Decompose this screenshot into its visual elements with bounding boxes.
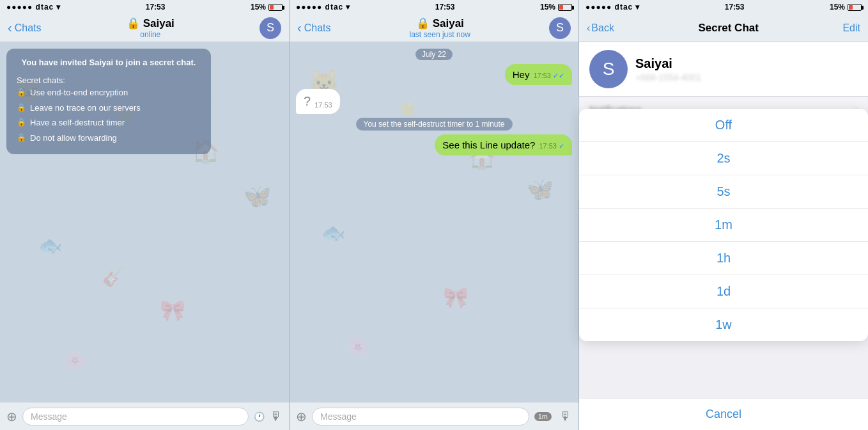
carrier-3: ●●●●● dtac [585, 3, 633, 12]
status-left-3: ●●●●● dtac ▾ [585, 3, 639, 12]
battery-pct-2: 15% [540, 3, 555, 12]
feature-text-3: Have a self-destruct timer [30, 116, 125, 129]
bubble-question-text: ? [304, 94, 311, 109]
lock-icon-f2: 🔒 [17, 102, 26, 113]
input-bar-2: ⊕ Message 1m 🎙 [290, 402, 578, 430]
picker-item-1d[interactable]: 1d [579, 275, 868, 308]
back-button-1[interactable]: ‹ Chats [8, 20, 41, 35]
mic-button-1[interactable]: 🎙 [270, 409, 283, 424]
bubble-question-time: 17:53 [314, 101, 332, 109]
picker-item-2s[interactable]: 2s [579, 142, 868, 175]
bubble-hey: Hey 17:53 ✓✓ [505, 64, 572, 85]
profile-number: +668-1554-4001 [635, 72, 701, 83]
message-input-2[interactable]: Message [312, 408, 529, 426]
panel-1: ●●●●● dtac ▾ 17:53 15% ‹ Chats 🔒 Saiyai … [0, 0, 290, 430]
back-button-2[interactable]: ‹ Chats [297, 20, 330, 35]
status-left-1: ●●●●● dtac ▾ [6, 3, 60, 12]
contact-name-2: Saiyai [433, 17, 464, 30]
avatar-2[interactable]: S [549, 17, 571, 39]
back-label-2: Chats [304, 22, 331, 34]
check-icon-hey: ✓✓ [553, 72, 564, 79]
profile-section: S Saiyai +668-1554-4001 [579, 42, 868, 97]
profile-avatar: S [589, 50, 628, 88]
feature-3: 🔒 Have a self-destruct timer [17, 116, 201, 129]
message-row-line: See this Line update? 17:53 ✓ [296, 134, 572, 155]
check-icon-line: ✓ [559, 142, 564, 150]
battery-pct-1: 15% [251, 3, 266, 12]
profile-name: Saiyai [635, 56, 701, 71]
invite-bubble: You have invited Saiyai to join a secret… [6, 49, 211, 154]
lock-icon-f3: 🔒 [17, 116, 26, 128]
picker-item-off[interactable]: Off [579, 109, 868, 142]
feature-2: 🔒 Leave no trace on our servers [17, 102, 201, 115]
feature-text-4: Do not allow forwarding [30, 132, 117, 145]
nav-bar-2: ‹ Chats 🔒 Saiyai last seen just now S [290, 14, 578, 42]
panel-2: ●●●●● dtac ▾ 17:53 15% ‹ Chats 🔒 Saiyai … [290, 0, 579, 430]
edit-button-3[interactable]: Edit [842, 22, 860, 34]
bubble-hey-time: 17:53 ✓✓ [533, 72, 564, 80]
system-note-timer: You set the self-destruct timer to 1 min… [356, 118, 513, 131]
time-3: 17:53 [725, 3, 745, 12]
carrier-2: ●●●●● dtac [296, 3, 343, 12]
panel-3: ●●●●● dtac ▾ 17:53 15% ‹ Back Secret Cha… [579, 0, 868, 430]
nav-bar-3: ‹ Back Secret Chat Edit [579, 14, 868, 42]
timer-badge: 1m [534, 412, 552, 421]
feature-text-1: Use end-to-end encryption [30, 86, 128, 99]
nav-bar-1: ‹ Chats 🔒 Saiyai online S [0, 14, 289, 42]
picker-item-5s[interactable]: 5s [579, 175, 868, 209]
picker-item-1w[interactable]: 1w [579, 308, 868, 341]
picker-item-1m[interactable]: 1m [579, 209, 868, 242]
chevron-left-icon-3: ‹ [587, 22, 590, 34]
battery-icon-3 [848, 4, 862, 11]
back-label-1: Chats [15, 22, 42, 34]
date-badge: July 22 [415, 49, 453, 60]
nav-center-2: 🔒 Saiyai last seen just now [330, 17, 549, 39]
input-placeholder-1: Message [31, 411, 67, 422]
invite-title: You have invited Saiyai to join a secret… [17, 56, 201, 69]
input-bar-1: ⊕ Message 🕐 🎙 [0, 402, 289, 430]
feature-1: 🔒 Use end-to-end encryption [17, 86, 201, 99]
wifi-icon-2: ▾ [346, 3, 350, 12]
message-input-1[interactable]: Message [22, 408, 249, 426]
picker-item-1h[interactable]: 1h [579, 242, 868, 275]
chevron-left-icon-1: ‹ [8, 20, 12, 35]
battery-pct-3: 15% [830, 3, 845, 12]
mic-button-2[interactable]: 🎙 [559, 409, 572, 424]
back-button-3[interactable]: ‹ Back [587, 22, 614, 34]
time-2: 17:53 [435, 3, 455, 12]
bubble-hey-text: Hey [513, 69, 530, 80]
avatar-1[interactable]: S [260, 17, 281, 39]
page-title-3: Secret Chat [698, 22, 758, 35]
battery-icon-2 [558, 4, 572, 11]
cancel-button[interactable]: Cancel [706, 408, 741, 420]
bubble-line: See this Line update? 17:53 ✓ [435, 134, 572, 155]
lock-icon-nav-2: 🔒 [416, 17, 430, 30]
message-row-question: ? 17:53 [296, 89, 572, 114]
battery-icon-1 [268, 4, 283, 11]
secret-chats-label: Secret chats: [17, 74, 201, 87]
lock-icon-nav-1: 🔒 [127, 17, 140, 30]
nav-center-1: 🔒 Saiyai online [41, 17, 260, 39]
attach-button-1[interactable]: ⊕ [6, 409, 17, 424]
status-bar-2: ●●●●● dtac ▾ 17:53 15% [290, 0, 578, 14]
chat-bg-2: 🐱 🏠 🐟 🎀 ⭐ 🌸 🦋 July 22 Hey 17:53 ✓✓ ? [290, 42, 578, 402]
time-1: 17:53 [146, 3, 166, 12]
profile-info: Saiyai +668-1554-4001 [635, 56, 701, 83]
wifi-icon-1: ▾ [56, 3, 60, 12]
cancel-bar: Cancel [579, 398, 868, 430]
lock-icon-f1: 🔒 [17, 86, 26, 98]
chat-messages-2: July 22 Hey 17:53 ✓✓ ? 17:53 You set the… [290, 42, 578, 402]
timer-picker: Off 2s 5s 1m 1h 1d 1w [579, 109, 868, 341]
message-row-hey: Hey 17:53 ✓✓ [296, 64, 572, 85]
attach-button-2[interactable]: ⊕ [296, 409, 307, 424]
back-label-3: Back [591, 22, 614, 34]
bubble-line-text: See this Line update? [442, 139, 535, 150]
nav-subtitle-2: last seen just now [410, 30, 470, 39]
feature-list: 🔒 Use end-to-end encryption 🔒 Leave no t… [17, 86, 201, 144]
bubble-line-time: 17:53 ✓ [539, 142, 564, 150]
status-right-1: 15% [251, 3, 283, 12]
nav-title-1: 🔒 Saiyai [127, 17, 174, 30]
status-left-2: ●●●●● dtac ▾ [296, 3, 350, 12]
chat-messages-1: You have invited Saiyai to join a secret… [0, 42, 289, 402]
status-bar-1: ●●●●● dtac ▾ 17:53 15% [0, 0, 289, 14]
